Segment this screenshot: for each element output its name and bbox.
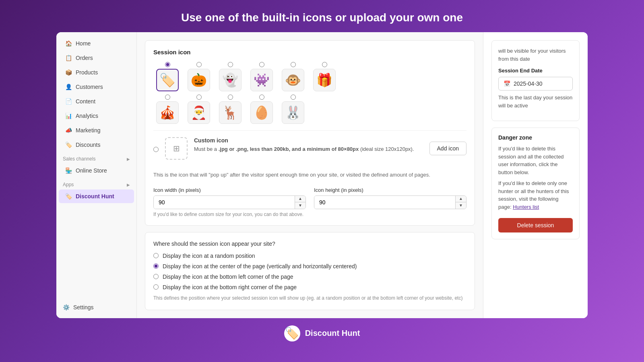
icon-radio-7[interactable] bbox=[196, 95, 202, 100]
icon-img-3[interactable]: 👾 bbox=[250, 69, 273, 91]
icon-img-4[interactable]: 🐵 bbox=[282, 69, 304, 91]
session-end-input[interactable]: 📅 2025-04-30 bbox=[498, 77, 573, 90]
icon-cell-10: 🐰 bbox=[279, 95, 307, 124]
size-row: Icon width (in pixels) ▲ ▼ Icon height (… bbox=[153, 187, 466, 209]
sidebar-home-label: Home bbox=[76, 40, 91, 47]
sidebar-item-home[interactable]: 🏠 Home bbox=[59, 37, 134, 50]
sidebar-item-marketing[interactable]: 📣 Marketing bbox=[59, 123, 134, 137]
orders-icon: 📋 bbox=[65, 55, 72, 61]
content-icon: 📄 bbox=[65, 98, 72, 105]
position-radio-center[interactable] bbox=[153, 263, 159, 269]
icon-radio-2[interactable] bbox=[228, 62, 233, 67]
height-field: Icon height (in pixels) ▲ ▼ bbox=[314, 187, 466, 209]
icon-radio-4[interactable] bbox=[291, 62, 296, 67]
sidebar-products-label: Products bbox=[76, 69, 98, 76]
position-radio-random[interactable] bbox=[153, 253, 159, 258]
height-input-wrap: ▲ ▼ bbox=[314, 195, 466, 209]
store-icon: 🏪 bbox=[65, 167, 72, 174]
content-area: Session icon 🏷️ 🎃 👻 👾 bbox=[137, 32, 483, 318]
header-title: Use one of the built-in icons or upload … bbox=[181, 11, 463, 24]
icon-cell-7: 🎅 bbox=[185, 95, 213, 124]
width-increment[interactable]: ▲ bbox=[295, 196, 305, 203]
width-input[interactable] bbox=[154, 196, 295, 209]
position-bottom-right-label: Display the icon at the bottom right cor… bbox=[163, 284, 297, 290]
width-field: Icon width (in pixels) ▲ ▼ bbox=[153, 187, 306, 209]
icon-hint-text: This is the icon that will "pop up" afte… bbox=[153, 171, 466, 179]
icon-img-1[interactable]: 🎃 bbox=[188, 69, 210, 91]
discounts-icon: 🏷️ bbox=[65, 142, 72, 148]
footer-bar: 🏷️ Discount Hunt bbox=[0, 318, 644, 349]
sidebar-content-label: Content bbox=[76, 98, 95, 105]
icon-radio-5[interactable] bbox=[322, 62, 327, 67]
icon-img-9[interactable]: 🥚 bbox=[250, 101, 273, 124]
sidebar-item-content[interactable]: 📄 Content bbox=[59, 95, 134, 108]
size-hint: If you'd like to define custom size for … bbox=[153, 212, 466, 217]
icon-cell-2: 👻 bbox=[216, 62, 244, 91]
icon-radio-1[interactable] bbox=[196, 62, 202, 67]
height-increment[interactable]: ▲ bbox=[456, 196, 466, 203]
sidebar-analytics-label: Analytics bbox=[76, 113, 98, 119]
position-bottom-left-label: Display the icon at the bottom left corn… bbox=[163, 274, 293, 280]
sidebar-item-analytics[interactable]: 📊 Analytics bbox=[59, 109, 134, 123]
position-option-bottom-left[interactable]: Display the icon at the bottom left corn… bbox=[153, 274, 466, 280]
position-hint: This defines the position where your sel… bbox=[153, 294, 466, 302]
sidebar-item-online-store[interactable]: 🏪 Online Store bbox=[59, 164, 134, 177]
custom-icon-desc: Must be a .jpg or .png, less than 200kb,… bbox=[194, 145, 423, 153]
danger-text-2: If you'd like to delete only one hunter … bbox=[498, 179, 573, 211]
sidebar-customers-label: Customers bbox=[76, 84, 103, 90]
discount-hunt-label: Discount Hunt bbox=[76, 193, 114, 200]
visible-date-text: will be visible for your visitors from t… bbox=[498, 47, 573, 63]
icon-radio-3[interactable] bbox=[259, 62, 264, 67]
icon-img-8[interactable]: 🦌 bbox=[219, 101, 242, 124]
icon-row-2: 🎪 🎅 🦌 🥚 🐰 bbox=[153, 95, 466, 124]
sidebar: 🏠 Home 📋 Orders 📦 Products 👤 Customers 📄… bbox=[56, 32, 137, 318]
icon-img-5[interactable]: 🎁 bbox=[313, 69, 336, 91]
custom-radio-col bbox=[153, 137, 159, 152]
sidebar-item-products[interactable]: 📦 Products bbox=[59, 66, 134, 79]
session-end-hint: This is the last day your session will b… bbox=[498, 94, 573, 109]
icon-radio-9[interactable] bbox=[259, 95, 264, 100]
icon-cell-3: 👾 bbox=[248, 62, 276, 91]
sidebar-item-orders[interactable]: 📋 Orders bbox=[59, 51, 134, 65]
grid-plus-icon: ⊞ bbox=[173, 144, 180, 153]
chevron-right-apps-icon: ▶ bbox=[127, 183, 130, 187]
position-radio-bottom-right[interactable] bbox=[153, 284, 159, 290]
icon-radio-6[interactable] bbox=[165, 95, 170, 100]
chevron-right-icon: ▶ bbox=[127, 157, 130, 161]
page-header: Use one of the built-in icons or upload … bbox=[0, 0, 644, 32]
position-option-bottom-right[interactable]: Display the icon at the bottom right cor… bbox=[153, 284, 466, 290]
icon-img-6[interactable]: 🎪 bbox=[156, 101, 179, 124]
apps-section: Apps ▶ bbox=[56, 178, 136, 189]
position-option-center[interactable]: Display the icon at the center of the pa… bbox=[153, 263, 466, 269]
position-card: Where should the session icon appear you… bbox=[145, 232, 475, 310]
icon-img-2[interactable]: 👻 bbox=[219, 69, 242, 91]
danger-zone-card: Danger zone If you'd like to delete this… bbox=[491, 128, 580, 239]
width-decrement[interactable]: ▼ bbox=[295, 202, 305, 209]
delete-session-button[interactable]: Delete session bbox=[498, 218, 573, 232]
icon-img-0[interactable]: 🏷️ bbox=[156, 69, 179, 91]
icon-radio-0[interactable] bbox=[165, 62, 170, 67]
products-icon: 📦 bbox=[65, 69, 72, 76]
sidebar-marketing-label: Marketing bbox=[76, 127, 100, 134]
sidebar-item-customers[interactable]: 👤 Customers bbox=[59, 80, 134, 94]
add-icon-button[interactable]: Add icon bbox=[429, 142, 466, 155]
position-option-random[interactable]: Display the icon at a random position bbox=[153, 253, 466, 259]
icon-img-7[interactable]: 🎅 bbox=[188, 101, 210, 124]
custom-icon-radio[interactable] bbox=[153, 147, 159, 152]
custom-icon-text: Custom icon Must be a .jpg or .png, less… bbox=[194, 137, 423, 153]
icon-cell-4: 🐵 bbox=[279, 62, 307, 91]
discount-hunt-icon: 🏷️ bbox=[65, 193, 72, 200]
sidebar-item-discounts[interactable]: 🏷️ Discounts bbox=[59, 138, 134, 152]
icon-img-10[interactable]: 🐰 bbox=[282, 101, 304, 124]
settings-item[interactable]: ⚙️ Settings bbox=[56, 300, 136, 314]
icon-radio-10[interactable] bbox=[291, 95, 296, 100]
height-decrement[interactable]: ▼ bbox=[456, 202, 466, 209]
hunters-list-link[interactable]: Hunters list bbox=[513, 204, 539, 210]
height-input[interactable] bbox=[314, 196, 455, 209]
customers-icon: 👤 bbox=[65, 84, 72, 90]
sidebar-item-discount-hunt[interactable]: 🏷️ Discount Hunt bbox=[59, 189, 134, 203]
icon-radio-8[interactable] bbox=[228, 95, 233, 100]
icon-cell-1: 🎃 bbox=[185, 62, 213, 91]
footer-icon: 🏷️ bbox=[284, 325, 300, 341]
position-radio-bottom-left[interactable] bbox=[153, 274, 159, 279]
